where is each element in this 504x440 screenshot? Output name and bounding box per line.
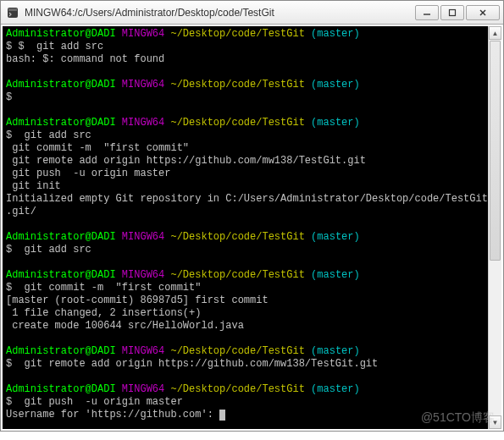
window-title: MINGW64:/c/Users/Administrator/Desktop/c… — [25, 7, 413, 19]
app-icon — [6, 6, 19, 19]
svg-rect-1 — [8, 8, 17, 11]
maximize-button[interactable] — [440, 5, 464, 20]
terminal-area: Administrator@DADI MINGW64 ~/Desktop/cod… — [1, 25, 503, 431]
close-button[interactable] — [466, 5, 500, 20]
window-controls — [413, 5, 500, 20]
scrollbar[interactable]: ▲ ▼ — [488, 26, 501, 429]
scroll-down-button[interactable]: ▼ — [489, 415, 501, 429]
scroll-thumb[interactable] — [490, 41, 501, 261]
scroll-up-button[interactable]: ▲ — [489, 26, 501, 40]
minimize-button[interactable] — [415, 5, 439, 20]
terminal-window: MINGW64:/c/Users/Administrator/Desktop/c… — [0, 0, 504, 432]
terminal-output[interactable]: Administrator@DADI MINGW64 ~/Desktop/cod… — [1, 25, 503, 431]
titlebar: MINGW64:/c/Users/Administrator/Desktop/c… — [1, 1, 503, 25]
svg-rect-3 — [450, 9, 456, 15]
